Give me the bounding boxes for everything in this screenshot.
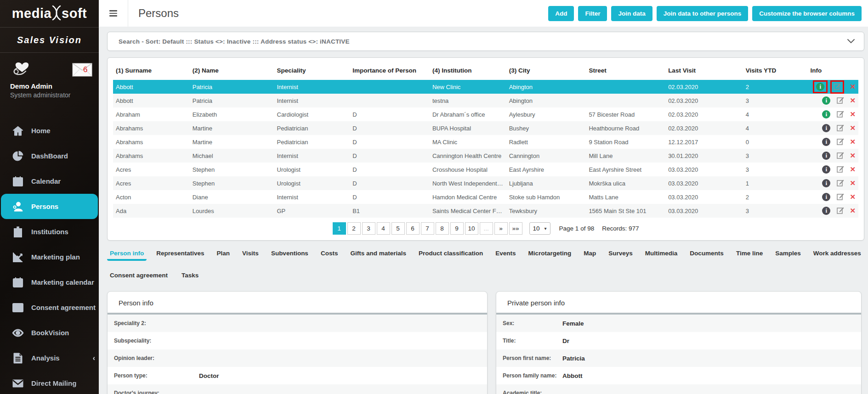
page-size-select[interactable]: 10▾ bbox=[529, 222, 550, 235]
tab-time-line[interactable]: Time line bbox=[736, 250, 763, 261]
sidebar-item-direct-mailing[interactable]: Direct Mailing bbox=[0, 371, 99, 394]
tab-visits[interactable]: Visits bbox=[242, 250, 259, 261]
tab-gifts-and-materials[interactable]: Gifts and materials bbox=[350, 250, 406, 261]
edit-icon[interactable] bbox=[834, 83, 841, 91]
edit-icon[interactable] bbox=[837, 96, 844, 105]
user-avatar-icon[interactable] bbox=[10, 59, 34, 78]
page-button-4[interactable]: 4 bbox=[377, 222, 390, 235]
delete-icon[interactable]: ✕ bbox=[850, 179, 856, 187]
delete-icon[interactable]: ✕ bbox=[850, 165, 856, 173]
person-row-abraham-dr-abraham-s-office[interactable]: AbrahamElizabethCardiologistDDr Abraham´… bbox=[113, 107, 858, 121]
mail-badge-icon[interactable]: 6 bbox=[72, 63, 92, 77]
delete-icon[interactable]: ✕ bbox=[850, 207, 856, 214]
delete-icon[interactable]: ✕ bbox=[850, 193, 856, 201]
person-row-abbott-new-clinic[interactable]: AbbottPatriciaInternistNew ClinicAbingto… bbox=[113, 80, 858, 94]
column-header-speciality[interactable]: Speciality bbox=[274, 61, 350, 80]
column-header-2-name[interactable]: (2) Name bbox=[190, 61, 274, 80]
delete-icon[interactable]: ✕ bbox=[850, 96, 856, 104]
tab-microtargeting[interactable]: Microtargeting bbox=[528, 250, 572, 261]
delete-icon[interactable]: ✕ bbox=[850, 138, 856, 146]
person-row-acres-crosshouse-hospital[interactable]: AcresStephenUrologistDCrosshouse Hospita… bbox=[113, 163, 858, 176]
edit-icon[interactable] bbox=[837, 138, 844, 146]
tab-person-info[interactable]: Person info bbox=[110, 250, 144, 261]
tab-surveys[interactable]: Surveys bbox=[608, 250, 633, 261]
page-button-1[interactable]: 1 bbox=[333, 222, 346, 235]
hamburger-menu-icon[interactable] bbox=[99, 0, 128, 27]
edit-icon[interactable] bbox=[837, 152, 844, 160]
info-icon[interactable]: i bbox=[822, 152, 830, 160]
edit-icon[interactable] bbox=[837, 179, 844, 188]
tab-map[interactable]: Map bbox=[584, 250, 596, 261]
sidebar-item-persons[interactable]: Persons bbox=[1, 194, 98, 219]
info-icon[interactable]: i bbox=[816, 83, 824, 91]
join-data-to-other-persons-button[interactable]: Join data to other persons bbox=[657, 6, 749, 21]
tab-multimedia[interactable]: Multimedia bbox=[645, 250, 678, 261]
join-data-button[interactable]: Join data bbox=[611, 6, 652, 21]
info-icon[interactable]: i bbox=[822, 96, 830, 105]
person-row-acton-hamdon-medical-centre[interactable]: ActonDianeInternistDHamdon Medical Centr… bbox=[113, 190, 858, 204]
sidebar-item-consent-agreement[interactable]: Consent agreement bbox=[0, 295, 99, 320]
tab-work-addresses[interactable]: Work addresses bbox=[813, 250, 861, 261]
sidebar-item-dashboard[interactable]: DashBoard bbox=[0, 143, 99, 169]
person-row-ada-saints-medical-center-fa[interactable]: AdaLourdesGPB1Saints Medical Center Fa..… bbox=[113, 204, 858, 218]
column-header-4-institution[interactable]: (4) Institution bbox=[430, 61, 506, 80]
page-button-6[interactable]: 6 bbox=[406, 222, 420, 235]
info-icon[interactable]: i bbox=[822, 110, 830, 118]
customize-the-browser-columns-button[interactable]: Customize the browser columns bbox=[752, 6, 862, 21]
info-icon[interactable]: i bbox=[822, 193, 830, 201]
column-header-street[interactable]: Street bbox=[586, 61, 665, 80]
column-header-1-surname[interactable]: (1) Surname bbox=[113, 61, 190, 80]
page-button-9[interactable]: 9 bbox=[450, 222, 464, 235]
tab-samples[interactable]: Samples bbox=[775, 250, 801, 261]
tab-subventions[interactable]: Subventions bbox=[271, 250, 308, 261]
next-page-button[interactable]: » bbox=[494, 222, 508, 235]
delete-icon[interactable]: ✕ bbox=[850, 124, 856, 132]
person-row-acres-north-west-independent-h[interactable]: AcresStephenUrologistDNorth West Indepen… bbox=[113, 176, 858, 190]
column-header-importance-of-person[interactable]: Importance of Person bbox=[350, 61, 430, 80]
column-header-info[interactable]: Info bbox=[807, 61, 858, 80]
delete-icon[interactable]: ✕ bbox=[850, 110, 856, 118]
sidebar-item-calendar[interactable]: Calendar bbox=[0, 169, 99, 194]
edit-icon[interactable] bbox=[837, 124, 844, 133]
tab-plan[interactable]: Plan bbox=[217, 250, 230, 261]
sidebar-item-bookvision[interactable]: BookVision bbox=[0, 320, 99, 345]
tab-representatives[interactable]: Representatives bbox=[156, 250, 204, 261]
page-button-8[interactable]: 8 bbox=[436, 222, 449, 235]
sidebar-item-marketing-plan[interactable]: Marketing plan bbox=[0, 244, 99, 270]
column-header-3-city[interactable]: (3) City bbox=[506, 61, 586, 80]
sidebar-item-home[interactable]: Home bbox=[0, 118, 99, 143]
sidebar-item-marketing-calendar[interactable]: Marketing calendar bbox=[0, 270, 99, 295]
sidebar-item-analysis[interactable]: Analysis‹ bbox=[0, 345, 99, 371]
collapse-chevron-icon[interactable]: ‹ bbox=[93, 354, 95, 362]
info-icon[interactable]: i bbox=[822, 179, 830, 187]
filter-button[interactable]: Filter bbox=[578, 6, 607, 21]
app-logo[interactable]: media soft bbox=[0, 0, 99, 28]
page-button-5[interactable]: 5 bbox=[391, 222, 405, 235]
info-icon[interactable]: i bbox=[822, 124, 830, 132]
page-button-7[interactable]: 7 bbox=[421, 222, 434, 235]
tab-tasks[interactable]: Tasks bbox=[182, 272, 199, 283]
edit-icon[interactable] bbox=[837, 207, 844, 215]
tab-costs[interactable]: Costs bbox=[321, 250, 338, 261]
page-button-10[interactable]: 10 bbox=[465, 222, 478, 235]
last-page-button[interactable]: »» bbox=[509, 222, 522, 235]
page-button-3[interactable]: 3 bbox=[362, 222, 375, 235]
column-header-last-visit[interactable]: Last Visit bbox=[665, 61, 743, 80]
page-button-2[interactable]: 2 bbox=[347, 222, 361, 235]
sidebar-item-institutions[interactable]: Institutions bbox=[0, 219, 99, 244]
tab-events[interactable]: Events bbox=[495, 250, 516, 261]
search-summary-bar[interactable]: Search - Sort: Default ::: Status <>: In… bbox=[107, 32, 864, 51]
tab-product-classification[interactable]: Product classification bbox=[419, 250, 483, 261]
chevron-down-icon[interactable] bbox=[847, 37, 855, 45]
delete-icon[interactable]: ✕ bbox=[850, 152, 856, 159]
delete-icon[interactable]: ✕ bbox=[850, 83, 856, 90]
info-icon[interactable]: i bbox=[822, 165, 830, 174]
person-row-abrahams-ma-clinic[interactable]: AbrahamsMartinePediatricianDMA ClinicRad… bbox=[113, 135, 858, 149]
tab-consent-agreement[interactable]: Consent agreement bbox=[110, 272, 168, 283]
edit-icon[interactable] bbox=[837, 193, 844, 202]
info-icon[interactable]: i bbox=[822, 138, 830, 146]
edit-icon[interactable] bbox=[837, 165, 844, 174]
edit-icon[interactable] bbox=[837, 110, 844, 119]
add-button[interactable]: Add bbox=[548, 6, 574, 21]
tab-documents[interactable]: Documents bbox=[690, 250, 724, 261]
